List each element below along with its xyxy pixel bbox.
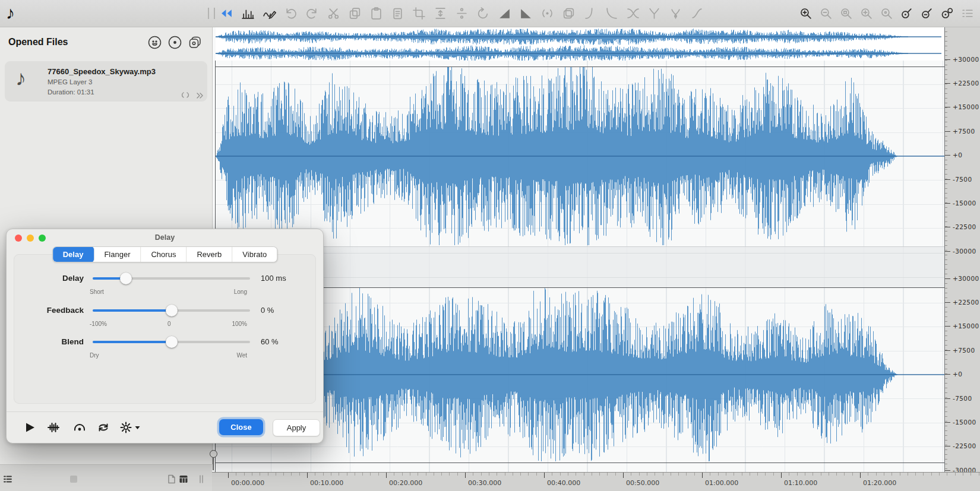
loop-icon[interactable] <box>97 421 110 434</box>
curve-y-icon[interactable] <box>647 7 661 20</box>
feedback-slider[interactable] <box>93 309 250 312</box>
cut-icon[interactable] <box>327 7 340 20</box>
tab-vibrato[interactable]: Vibrato <box>232 247 277 262</box>
paste-icon[interactable] <box>369 7 383 20</box>
scale-minor-ticks <box>945 27 947 472</box>
scale-label: -22500 <box>953 442 976 449</box>
curve-exp-icon[interactable] <box>605 7 618 20</box>
trim-icon[interactable] <box>412 7 426 20</box>
vertical-zoom-in-icon[interactable] <box>900 7 913 20</box>
copy-icon[interactable] <box>348 7 362 20</box>
waveform-area: +30000+22500+15000+7500+0-7500-15000-225… <box>212 27 980 491</box>
scale-label: +7500 <box>953 128 975 135</box>
split-icon[interactable] <box>455 7 469 20</box>
rewind-icon[interactable] <box>220 7 233 20</box>
dropdown-icon[interactable] <box>134 421 141 434</box>
timeline-label: 00:00.000 <box>231 479 264 487</box>
zoom-out-icon[interactable] <box>819 7 833 20</box>
delay-range-max: Long <box>234 289 247 295</box>
curve-branch-icon[interactable] <box>669 7 682 20</box>
scale-label: +15000 <box>953 103 979 110</box>
timeline-tick <box>623 473 624 478</box>
toolbar-drag-handle-icon[interactable] <box>208 8 215 19</box>
play-icon[interactable] <box>23 421 36 434</box>
curve-log-icon[interactable] <box>583 7 597 20</box>
monitor-icon[interactable] <box>147 35 162 50</box>
feedback-slider-label: Feedback <box>47 306 84 315</box>
effects-icon[interactable] <box>263 7 276 20</box>
tab-reverb[interactable]: Reverb <box>186 247 232 262</box>
zoom-selection-icon[interactable] <box>839 7 853 20</box>
vertical-zoom-out-icon[interactable] <box>920 7 934 20</box>
scale-label: +30000 <box>953 56 979 63</box>
drag-handle-icon[interactable] <box>198 474 204 484</box>
scale-label: +30000 <box>953 275 979 282</box>
vertical-zoom-reset-icon[interactable] <box>940 7 954 20</box>
file-icon[interactable] <box>167 474 176 484</box>
timeline[interactable]: 00:00.00000:10.00000:20.00000:30.00000:4… <box>212 472 980 491</box>
zoom-original-icon[interactable] <box>880 7 893 20</box>
delay-slider[interactable] <box>93 277 250 280</box>
feedback-slider-thumb[interactable] <box>166 305 178 316</box>
scale-major-tick <box>945 131 950 132</box>
delay-dialog: Delay Delay Flanger Chorus Reverb Vibrat… <box>6 229 324 444</box>
scale-major-tick <box>945 278 950 279</box>
record-icon[interactable] <box>167 35 182 50</box>
blend-slider-thumb[interactable] <box>166 336 178 348</box>
normalize-icon[interactable] <box>540 7 554 20</box>
tab-delay[interactable]: Delay <box>52 246 95 262</box>
scale-major-tick <box>945 203 950 204</box>
monitor-icon[interactable] <box>73 421 86 434</box>
redo-icon[interactable] <box>305 7 319 20</box>
clipboard-icon[interactable] <box>391 7 404 20</box>
timeline-tick <box>544 473 545 478</box>
timeline-tick <box>781 473 782 478</box>
grid-icon[interactable] <box>179 474 188 484</box>
blend-slider[interactable] <box>93 341 250 343</box>
timeline-label: 00:10.000 <box>310 479 343 487</box>
channel1-waveform[interactable] <box>216 67 944 245</box>
overview-strip[interactable] <box>216 27 944 61</box>
curve-s-icon[interactable] <box>690 7 704 20</box>
rotate-icon[interactable] <box>476 7 490 20</box>
curve-cross-icon[interactable] <box>626 7 640 20</box>
settings-icon[interactable] <box>119 421 132 434</box>
scale-major-tick <box>945 326 950 327</box>
spectrogram-icon[interactable] <box>241 7 255 20</box>
amplitude-scale: +30000+22500+15000+7500+0-7500-15000-225… <box>944 27 980 472</box>
list-icon[interactable] <box>3 474 12 484</box>
blend-range-min: Dry <box>90 352 99 359</box>
fit-vertical-icon[interactable] <box>434 7 447 20</box>
view-options-icon[interactable] <box>960 7 974 20</box>
tab-flanger[interactable]: Flanger <box>94 247 141 262</box>
preview-wave-icon[interactable] <box>47 421 60 434</box>
zoom-fit-icon[interactable] <box>859 7 873 20</box>
stack-icon[interactable] <box>188 35 203 50</box>
timeline-label: 01:10.000 <box>784 479 817 487</box>
scale-label: -15000 <box>953 199 976 207</box>
fade-out-icon[interactable] <box>519 7 533 20</box>
overview-waveform[interactable] <box>216 27 944 61</box>
repeat-badge-icon[interactable] <box>181 90 190 97</box>
delay-slider-thumb[interactable] <box>120 273 132 284</box>
tab-chorus[interactable]: Chorus <box>141 247 186 262</box>
effect-tabs: Delay Flanger Chorus Reverb Vibrato <box>52 246 278 262</box>
file-list-item[interactable]: ♪ 77660_Speedox_Skyway.mp3 MPEG Layer 3 … <box>5 61 207 102</box>
chevrons-badge-icon[interactable] <box>195 91 204 98</box>
timeline-tick <box>307 473 308 478</box>
delay-slider-label: Delay <box>62 274 84 283</box>
duplicate-icon[interactable] <box>562 7 576 20</box>
close-button[interactable]: Close <box>219 419 263 435</box>
fade-in-icon[interactable] <box>498 7 511 20</box>
undo-icon[interactable] <box>284 7 298 20</box>
feedback-range-mid: 0 <box>167 321 171 327</box>
scale-major-tick <box>945 179 950 180</box>
main-toolbar: ♪ <box>0 0 980 27</box>
playhead-marker[interactable] <box>210 450 217 458</box>
feedback-slider-fill <box>93 309 172 312</box>
apply-button[interactable]: Apply <box>273 419 320 436</box>
delay-range-min: Short <box>90 289 104 295</box>
toolbar-zoom-group <box>799 0 974 27</box>
zoom-in-icon[interactable] <box>799 7 813 20</box>
channel2-waveform[interactable] <box>216 288 944 461</box>
